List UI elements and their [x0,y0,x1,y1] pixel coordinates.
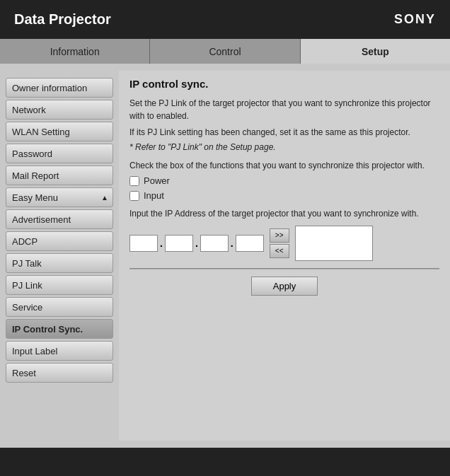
power-checkbox-row: Power [129,175,439,186]
ip-down-button[interactable]: << [270,244,289,258]
divider [129,268,439,269]
bottom-bar [0,448,450,476]
sidebar-item-service[interactable]: Service [6,297,113,317]
tab-bar: Information Control Setup [0,39,450,64]
checkbox-intro: Check the box of the functions that you … [129,159,439,172]
content-area: IP control sync. Set the PJ Link of the … [119,71,450,441]
description-2: If its PJ Link setting has been changed,… [129,126,439,139]
sidebar-item-pj-talk[interactable]: PJ Talk [6,253,113,273]
sidebar: Owner information Network WLAN Setting P… [0,71,119,441]
sidebar-item-advertisement[interactable]: Advertisement [6,209,113,229]
ip-octet-3[interactable] [200,235,229,252]
sidebar-item-input-label[interactable]: Input Label [6,341,113,361]
sidebar-item-pj-link[interactable]: PJ Link [6,275,113,295]
section-title: IP control sync. [129,78,439,90]
tab-information[interactable]: Information [0,39,150,64]
sidebar-item-wlan-setting[interactable]: WLAN Setting [6,122,113,141]
power-label: Power [144,175,170,186]
power-checkbox[interactable] [129,176,139,186]
ip-display-box [295,226,373,261]
ip-octet-1[interactable] [129,235,158,252]
sidebar-item-mail-report[interactable]: Mail Report [6,166,113,185]
sidebar-item-ip-control-sync[interactable]: IP Control Sync. [6,319,113,339]
sidebar-item-reset[interactable]: Reset [6,363,113,383]
app-title: Data Projector [14,11,111,28]
ip-controls: >> << [270,228,289,258]
sidebar-item-network[interactable]: Network [6,100,113,120]
tab-setup[interactable]: Setup [301,39,450,64]
ip-octet-4[interactable] [236,235,264,252]
sidebar-item-adcp[interactable]: ADCP [6,231,113,251]
brand-logo: SONY [394,12,436,27]
apply-button[interactable]: Apply [251,277,318,296]
sidebar-item-password[interactable]: Password [6,144,113,163]
ip-up-button[interactable]: >> [270,228,289,243]
ip-octet-2[interactable] [165,235,193,252]
description-1: Set the PJ Link of the target projector … [129,97,439,122]
description-note: * Refer to "PJ Link" on the Setup page. [129,142,439,152]
ip-section-label: Input the IP Address of the target proje… [129,208,439,220]
input-label: Input [144,190,164,201]
ip-dot-3: . [231,238,233,249]
main-area: Owner information Network WLAN Setting P… [0,64,450,448]
ip-dot-1: . [160,238,163,249]
input-checkbox-row: Input [129,190,439,201]
chevron-down-icon: ▲ [101,194,108,202]
tab-control[interactable]: Control [150,39,300,64]
input-checkbox[interactable] [129,191,139,201]
ip-dot-2: . [195,238,198,249]
header: Data Projector SONY [0,0,450,39]
ip-address-row: . . . >> << [129,226,439,261]
sidebar-item-easy-menu[interactable]: Easy Menu ▲ [6,187,113,207]
sidebar-item-owner-information[interactable]: Owner information [6,78,113,98]
